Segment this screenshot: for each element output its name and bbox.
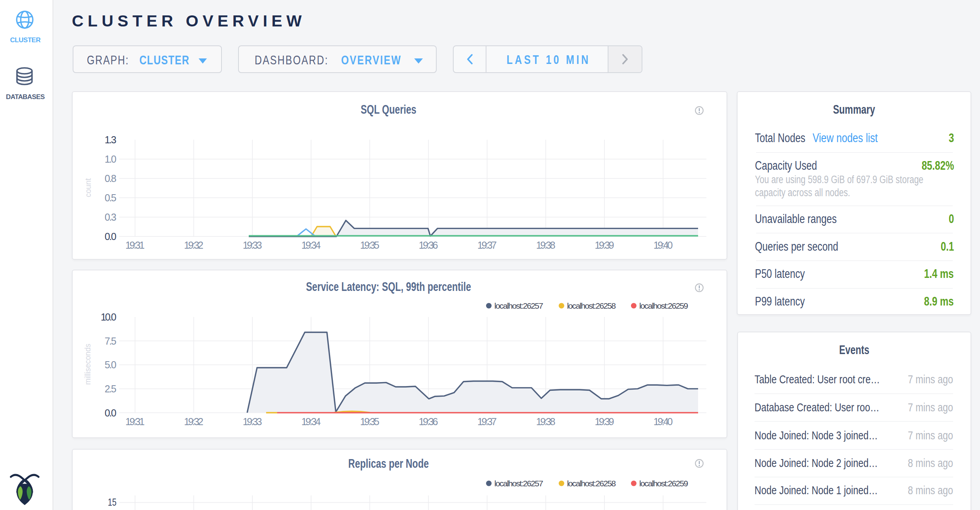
svg-text:localhost:26257: localhost:26257 <box>494 301 543 310</box>
svg-text:19:31: 19:31 <box>126 240 145 251</box>
svg-text:19:31: 19:31 <box>126 416 145 427</box>
svg-text:7.5: 7.5 <box>105 336 116 347</box>
svg-text:19:38: 19:38 <box>536 416 556 427</box>
svg-text:localhost:26257: localhost:26257 <box>494 479 543 488</box>
svg-text:19:36: 19:36 <box>419 240 438 251</box>
svg-text:0.3: 0.3 <box>105 212 116 223</box>
svg-text:0.0: 0.0 <box>105 407 116 418</box>
svg-text:19:32: 19:32 <box>184 240 203 251</box>
svg-text:19:39: 19:39 <box>595 240 614 251</box>
svg-text:localhost:26259: localhost:26259 <box>639 479 688 488</box>
svg-text:2.5: 2.5 <box>105 383 116 394</box>
svg-text:1.0: 1.0 <box>105 154 116 165</box>
svg-text:1.3: 1.3 <box>105 134 116 145</box>
svg-text:localhost:26259: localhost:26259 <box>639 301 688 310</box>
svg-text:19:35: 19:35 <box>360 416 379 427</box>
svg-text:19:36: 19:36 <box>419 416 438 427</box>
svg-text:19:38: 19:38 <box>536 240 556 251</box>
svg-text:count: count <box>83 178 92 197</box>
svg-text:10.0: 10.0 <box>101 311 116 322</box>
svg-text:5.0: 5.0 <box>105 359 116 370</box>
svg-text:19:40: 19:40 <box>653 240 673 251</box>
svg-text:0.0: 0.0 <box>105 231 116 242</box>
svg-text:19:34: 19:34 <box>301 240 321 251</box>
svg-text:19:39: 19:39 <box>595 416 614 427</box>
svg-text:19:34: 19:34 <box>301 416 321 427</box>
svg-text:milliseconds: milliseconds <box>83 344 92 385</box>
svg-text:19:35: 19:35 <box>360 240 379 251</box>
svg-text:19:37: 19:37 <box>477 240 497 251</box>
svg-text:19:40: 19:40 <box>653 416 673 427</box>
svg-text:19:32: 19:32 <box>184 416 203 427</box>
svg-text:19:33: 19:33 <box>243 240 262 251</box>
svg-text:0.5: 0.5 <box>105 192 116 203</box>
svg-text:15: 15 <box>108 497 116 508</box>
svg-text:0.8: 0.8 <box>105 173 116 184</box>
svg-text:localhost:26258: localhost:26258 <box>567 479 616 488</box>
svg-text:19:33: 19:33 <box>243 416 262 427</box>
svg-text:localhost:26258: localhost:26258 <box>567 301 616 310</box>
svg-text:19:37: 19:37 <box>477 416 497 427</box>
